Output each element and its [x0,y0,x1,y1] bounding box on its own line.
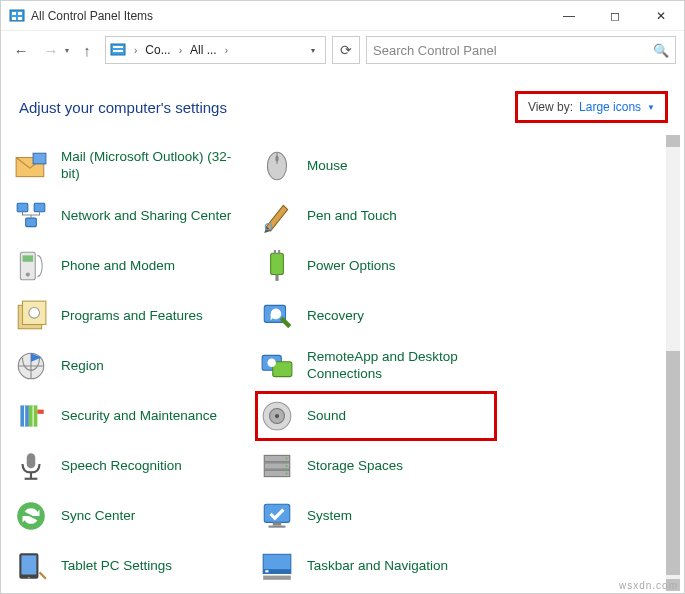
close-button[interactable]: ✕ [638,1,684,31]
cp-item-label: Network and Sharing Center [61,208,231,225]
cp-item-speech[interactable]: Speech Recognition [9,441,251,491]
mail-icon [13,148,49,184]
breadcrumb-item[interactable]: All ... [186,41,221,59]
cp-item-sync[interactable]: Sync Center [9,491,251,541]
page-title: Adjust your computer's settings [19,99,227,116]
phone-icon [13,248,49,284]
cp-item-recovery[interactable]: Recovery [255,291,497,341]
sync-icon [13,498,49,534]
view-by-control[interactable]: View by: Large icons ▼ [515,91,668,123]
forward-button[interactable]: → [39,38,63,62]
power-icon [259,248,295,284]
cp-item-label: System [307,508,352,525]
watermark: wsxdn.com [619,580,678,591]
cp-item-programs[interactable]: Programs and Features [9,291,251,341]
cp-item-phone[interactable]: Phone and Modem [9,241,251,291]
chevron-right-icon[interactable]: › [132,45,139,56]
search-icon[interactable]: 🔍 [653,43,669,58]
cp-item-sound[interactable]: Sound [255,391,497,441]
cp-item-label: Tablet PC Settings [61,558,172,575]
refresh-button[interactable]: ⟳ [332,36,360,64]
search-box[interactable]: 🔍 [366,36,676,64]
breadcrumb[interactable]: › Co... › All ... › ▾ [105,36,326,64]
view-by-value: Large icons [579,100,641,114]
cp-item-label: Mail (Microsoft Outlook) (32-bit) [61,149,241,183]
cp-item-tablet[interactable]: Tablet PC Settings [9,541,251,591]
taskbar-icon [259,548,295,584]
cp-item-label: Phone and Modem [61,258,175,275]
cp-item-storage[interactable]: Storage Spaces [255,441,497,491]
tablet-icon [13,548,49,584]
search-input[interactable] [373,43,653,58]
cp-item-label: Pen and Touch [307,208,397,225]
cp-item-label: Sound [307,408,346,425]
cp-item-label: Storage Spaces [307,458,403,475]
maximize-button[interactable]: ◻ [592,1,638,31]
minimize-button[interactable]: — [546,1,592,31]
cp-item-remote[interactable]: RemoteApp and Desktop Connections [255,341,497,391]
recovery-icon [259,298,295,334]
cp-item-label: Mouse [307,158,348,175]
mouse-icon [259,148,295,184]
cp-item-network[interactable]: Network and Sharing Center [9,191,251,241]
back-button[interactable]: ← [9,38,33,62]
cp-item-mouse[interactable]: Mouse [255,141,497,191]
cp-item-region[interactable]: Region [9,341,251,391]
sound-icon [259,398,295,434]
breadcrumb-item[interactable]: Co... [141,41,174,59]
svg-rect-7 [113,50,123,52]
control-panel-icon [110,42,126,58]
pen-icon [259,198,295,234]
remote-icon [259,348,295,384]
region-icon [13,348,49,384]
cp-item-mail[interactable]: Mail (Microsoft Outlook) (32-bit) [9,141,251,191]
chevron-right-icon[interactable]: › [223,45,230,56]
up-button[interactable]: ↑ [75,38,99,62]
security-icon [13,398,49,434]
svg-rect-3 [12,17,16,20]
chevron-down-icon: ▼ [647,103,655,112]
cp-item-label: Taskbar and Navigation [307,558,448,575]
cp-item-system[interactable]: System [255,491,497,541]
items-column-right: MousePen and TouchPower OptionsRecoveryR… [255,141,497,594]
svg-rect-2 [18,12,22,15]
speech-icon [13,448,49,484]
cp-item-label: RemoteApp and Desktop Connections [307,349,487,383]
view-by-label: View by: [528,100,573,114]
cp-item-label: Power Options [307,258,396,275]
history-dropdown[interactable]: ▾ [65,46,69,55]
titlebar: All Control Panel Items — ◻ ✕ [1,1,684,31]
svg-rect-4 [18,17,22,20]
cp-item-power[interactable]: Power Options [255,241,497,291]
cp-item-taskbar[interactable]: Taskbar and Navigation [255,541,497,591]
header-row: Adjust your computer's settings View by:… [1,69,684,137]
svg-rect-6 [113,46,123,48]
content-area: Mail (Microsoft Outlook) (32-bit)Network… [1,137,684,594]
breadcrumb-dropdown[interactable]: ▾ [305,46,321,55]
network-icon [13,198,49,234]
cp-item-label: Region [61,358,104,375]
system-icon [259,498,295,534]
control-panel-icon [9,8,25,24]
items-column-left: Mail (Microsoft Outlook) (32-bit)Network… [9,141,251,594]
nav-row: ← → ▾ ↑ › Co... › All ... › ▾ ⟳ 🔍 [1,31,684,69]
chevron-right-icon[interactable]: › [177,45,184,56]
programs-icon [13,298,49,334]
cp-item-label: Sync Center [61,508,135,525]
cp-item-label: Speech Recognition [61,458,182,475]
svg-rect-5 [111,44,125,55]
cp-item-label: Programs and Features [61,308,203,325]
cp-item-security[interactable]: Security and Maintenance [9,391,251,441]
cp-item-label: Recovery [307,308,364,325]
svg-rect-1 [12,12,16,15]
window-title: All Control Panel Items [31,9,153,23]
storage-icon [259,448,295,484]
cp-item-pen[interactable]: Pen and Touch [255,191,497,241]
cp-item-label: Security and Maintenance [61,408,217,425]
